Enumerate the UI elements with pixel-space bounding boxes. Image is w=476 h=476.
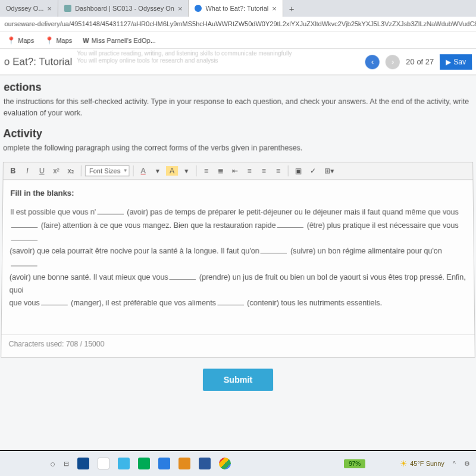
bold-button[interactable]: B bbox=[7, 165, 19, 177]
text: (avoir) une bonne santé. Il vaut mieux q… bbox=[10, 273, 168, 281]
tab-favicon bbox=[64, 5, 71, 12]
tab-label: Odyssey O... bbox=[6, 5, 44, 12]
blank-input[interactable] bbox=[97, 208, 124, 215]
superscript-button[interactable]: x² bbox=[50, 165, 62, 177]
text-line: evaluation of your work. bbox=[4, 109, 83, 117]
blank-input[interactable] bbox=[217, 298, 244, 305]
rich-text-editor[interactable]: Fill in the blanks: Il est possible que … bbox=[1, 180, 475, 358]
browser-tab-strip: Odyssey O...× Dashboard | SC013 - Odysse… bbox=[0, 0, 476, 17]
character-counter: Characters used: 708 / 15000 bbox=[1, 334, 474, 349]
tab-2-active[interactable]: What to Eat?: Tutorial× bbox=[189, 0, 283, 17]
w-icon: W bbox=[83, 37, 89, 44]
header-controls: ‹ › 20 of 27 ▶Sav bbox=[365, 54, 472, 70]
save-icon: ▶ bbox=[446, 58, 451, 66]
map-pin-icon: 📍 bbox=[7, 36, 15, 45]
directions-text: the instructions for this self-checked a… bbox=[4, 96, 473, 119]
taskbar-app-icon[interactable] bbox=[158, 458, 170, 469]
text: (manger), il est préférable que vos alim… bbox=[71, 299, 216, 307]
align-center-button[interactable]: ≡ bbox=[258, 165, 270, 177]
submit-button[interactable]: Submit bbox=[203, 369, 273, 391]
next-button[interactable]: › bbox=[386, 55, 400, 69]
taskbar-app-icon[interactable] bbox=[199, 458, 211, 469]
text: Il est possible que vous n' bbox=[10, 208, 96, 217]
tray-chevron-icon[interactable]: ^ bbox=[453, 460, 456, 467]
tray-icon[interactable]: ⚙ bbox=[464, 460, 470, 468]
bookmark-edop[interactable]: WMiss Parnell's EdOp... bbox=[83, 37, 156, 44]
text-line: the instructions for this self-checked a… bbox=[4, 98, 469, 106]
text: (savoir) que cela pourrait être nocive p… bbox=[10, 247, 259, 255]
align-left-button[interactable]: ≡ bbox=[243, 165, 255, 177]
align-right-button[interactable]: ≡ bbox=[272, 165, 284, 177]
image-button[interactable]: ▣ bbox=[292, 165, 305, 177]
font-size-select[interactable]: Font Sizes bbox=[85, 165, 130, 176]
editor-body: Il est possible que vous n' (avoir) pas … bbox=[9, 206, 466, 309]
new-tab-button[interactable]: + bbox=[283, 0, 300, 17]
ghost-line: You will practice reading, writing, and … bbox=[77, 50, 292, 57]
check-button[interactable]: ✓ bbox=[307, 165, 319, 177]
page-title: o Eat?: Tutorial bbox=[4, 56, 73, 68]
close-icon[interactable]: × bbox=[47, 4, 52, 12]
weather-widget[interactable]: ☀45°F Sunny bbox=[400, 459, 444, 468]
blank-input[interactable] bbox=[277, 220, 304, 227]
blank-input[interactable] bbox=[11, 220, 38, 227]
text: (suivre) un bon régime alimentaire pour … bbox=[290, 247, 442, 255]
close-icon[interactable]: × bbox=[272, 4, 277, 12]
tab-label: Dashboard | SC013 - Odyssey On bbox=[75, 5, 174, 12]
separator bbox=[196, 165, 196, 176]
subscript-button[interactable]: x₂ bbox=[64, 165, 77, 177]
activity-text: omplete the following paragraph using th… bbox=[3, 142, 473, 154]
blank-input[interactable] bbox=[261, 246, 287, 253]
blank-input[interactable] bbox=[11, 233, 38, 240]
sun-icon: ☀ bbox=[400, 459, 408, 468]
directions-heading: ections bbox=[4, 81, 472, 93]
close-icon[interactable]: × bbox=[178, 4, 183, 12]
bullet-list-button[interactable]: ≡ bbox=[200, 165, 212, 177]
bookmark-label: Maps bbox=[18, 37, 34, 44]
text: que vous bbox=[9, 299, 40, 307]
underline-button[interactable]: U bbox=[36, 165, 48, 177]
weather-text: 45°F Sunny bbox=[410, 460, 444, 467]
chrome-icon[interactable] bbox=[219, 458, 231, 469]
search-icon[interactable]: ○ bbox=[50, 459, 55, 469]
tab-1[interactable]: Dashboard | SC013 - Odyssey On× bbox=[58, 0, 189, 17]
save-button[interactable]: ▶Sav bbox=[440, 54, 472, 70]
activity-heading: Activity bbox=[3, 127, 472, 140]
blank-input[interactable] bbox=[11, 259, 37, 266]
taskbar-app-icon[interactable] bbox=[138, 458, 150, 469]
taskbar-app-icon[interactable] bbox=[118, 458, 130, 469]
ghost-text: You will practice reading, writing, and … bbox=[77, 50, 292, 64]
bookmark-maps-2[interactable]: 📍Maps bbox=[45, 36, 72, 45]
separator bbox=[81, 165, 82, 176]
windows-taskbar: ○ ⊟ 97% ☀45°F Sunny ^ ⚙ bbox=[0, 451, 476, 476]
separator bbox=[133, 165, 133, 176]
tab-0[interactable]: Odyssey O...× bbox=[0, 0, 58, 17]
bookmark-label: Maps bbox=[56, 37, 72, 44]
number-list-button[interactable]: ≣ bbox=[215, 165, 227, 177]
italic-button[interactable]: I bbox=[21, 165, 33, 177]
address-bar[interactable]: ourseware-delivery/ua/49514148/45431127/… bbox=[0, 17, 476, 32]
battery-indicator[interactable]: 97% bbox=[344, 459, 365, 468]
page-counter: 20 of 27 bbox=[406, 57, 434, 66]
task-view-icon[interactable]: ⊟ bbox=[64, 460, 69, 468]
dropdown-icon[interactable]: ▾ bbox=[180, 165, 192, 177]
blank-input[interactable] bbox=[41, 298, 68, 305]
highlight-button[interactable]: A bbox=[166, 166, 178, 176]
prev-button[interactable]: ‹ bbox=[365, 55, 380, 69]
bookmark-maps-1[interactable]: 📍Maps bbox=[7, 36, 34, 45]
text-color-button[interactable]: A bbox=[137, 165, 149, 177]
text: (contenir) tous les nutriments essentiel… bbox=[247, 299, 382, 307]
ghost-line: You will employ online tools for researc… bbox=[77, 57, 292, 64]
taskbar-app-icon[interactable] bbox=[98, 458, 109, 469]
outdent-button[interactable]: ⇤ bbox=[229, 165, 241, 177]
text: (faire) attention à ce que vous mangez. … bbox=[41, 221, 276, 229]
table-button[interactable]: ⊞▾ bbox=[321, 165, 337, 177]
separator bbox=[288, 165, 289, 176]
dropdown-icon[interactable]: ▾ bbox=[152, 165, 164, 177]
taskbar-app-icon[interactable] bbox=[77, 458, 89, 469]
text: (être) plus pratique il est nécessaire q… bbox=[307, 221, 459, 229]
bookmarks-bar: 📍Maps 📍Maps WMiss Parnell's EdOp... bbox=[0, 32, 476, 49]
taskbar-app-icon[interactable] bbox=[178, 458, 190, 469]
blank-input[interactable] bbox=[170, 272, 196, 279]
main-content: ections the instructions for this self-c… bbox=[0, 75, 476, 397]
text: (avoir) pas de temps de préparer le peti… bbox=[127, 208, 459, 217]
